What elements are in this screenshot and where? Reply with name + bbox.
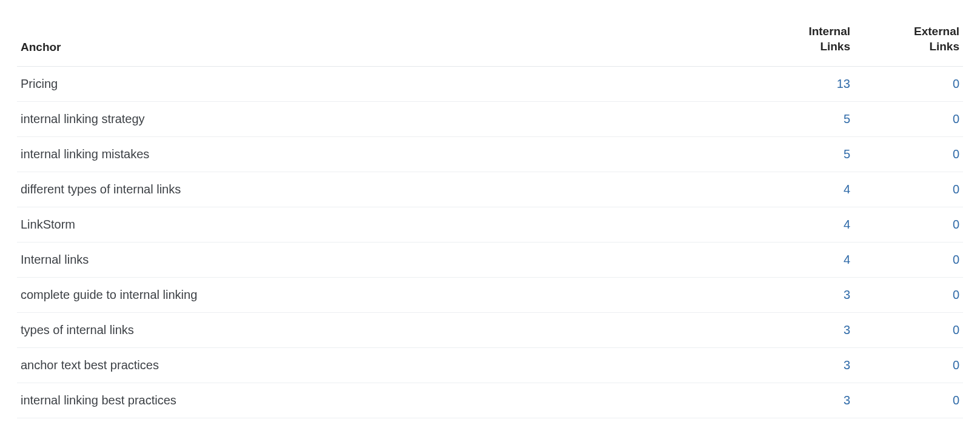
anchor-cell: internal linking mistakes — [17, 137, 745, 172]
external-links-cell: 0 — [854, 383, 963, 418]
internal-links-value[interactable]: 4 — [844, 182, 850, 196]
table-row: Internal links 4 0 — [17, 243, 963, 278]
header-external-line1: External — [858, 24, 959, 39]
header-internal-line2: Links — [748, 39, 850, 55]
external-links-cell: 0 — [854, 137, 963, 172]
external-links-cell: 0 — [854, 207, 963, 243]
anchor-cell: anchor text best practices — [17, 348, 745, 383]
table-row: internal linking mistakes 5 0 — [17, 137, 963, 172]
internal-links-cell: 13 — [745, 67, 854, 102]
anchor-cell: complete guide to internal linking — [17, 278, 745, 313]
internal-links-cell: 3 — [745, 348, 854, 383]
internal-links-value[interactable]: 3 — [844, 393, 850, 407]
external-links-cell: 0 — [854, 278, 963, 313]
internal-links-value[interactable]: 4 — [844, 218, 850, 231]
internal-links-value[interactable]: 13 — [837, 77, 850, 90]
internal-links-value[interactable]: 5 — [844, 147, 850, 161]
external-links-value[interactable]: 0 — [953, 147, 959, 161]
external-links-value[interactable]: 0 — [953, 77, 959, 90]
anchor-cell: internal linking best practices — [17, 383, 745, 418]
anchor-cell: types of internal links — [17, 313, 745, 348]
table-row: internal linking strategy 5 0 — [17, 102, 963, 137]
table-header-row: Anchor Internal Links External Links — [17, 15, 963, 67]
external-links-cell: 0 — [854, 313, 963, 348]
anchor-cell: internal linking strategy — [17, 102, 745, 137]
header-external-links[interactable]: External Links — [854, 15, 963, 67]
table-body: Pricing 13 0 internal linking strategy 5… — [17, 67, 963, 418]
internal-links-cell: 5 — [745, 137, 854, 172]
internal-links-value[interactable]: 3 — [844, 323, 850, 336]
external-links-value[interactable]: 0 — [953, 323, 959, 336]
header-internal-links[interactable]: Internal Links — [745, 15, 854, 67]
header-internal-line1: Internal — [748, 24, 850, 39]
table-row: internal linking best practices 3 0 — [17, 383, 963, 418]
anchor-cell: LinkStorm — [17, 207, 745, 243]
table-row: anchor text best practices 3 0 — [17, 348, 963, 383]
table-row: Pricing 13 0 — [17, 67, 963, 102]
table-row: LinkStorm 4 0 — [17, 207, 963, 243]
external-links-value[interactable]: 0 — [953, 253, 959, 266]
external-links-cell: 0 — [854, 67, 963, 102]
external-links-value[interactable]: 0 — [953, 393, 959, 407]
anchor-cell: different types of internal links — [17, 172, 745, 207]
anchors-table: Anchor Internal Links External Links Pri… — [17, 15, 963, 418]
internal-links-value[interactable]: 4 — [844, 253, 850, 266]
table-row: types of internal links 3 0 — [17, 313, 963, 348]
external-links-value[interactable]: 0 — [953, 358, 959, 372]
external-links-cell: 0 — [854, 348, 963, 383]
external-links-cell: 0 — [854, 102, 963, 137]
internal-links-cell: 5 — [745, 102, 854, 137]
header-external-line2: Links — [858, 39, 959, 55]
table-row: different types of internal links 4 0 — [17, 172, 963, 207]
internal-links-cell: 4 — [745, 243, 854, 278]
table-row: complete guide to internal linking 3 0 — [17, 278, 963, 313]
external-links-value[interactable]: 0 — [953, 112, 959, 125]
internal-links-cell: 4 — [745, 172, 854, 207]
external-links-value[interactable]: 0 — [953, 182, 959, 196]
internal-links-value[interactable]: 3 — [844, 358, 850, 372]
internal-links-value[interactable]: 3 — [844, 288, 850, 301]
internal-links-cell: 3 — [745, 278, 854, 313]
anchor-cell: Internal links — [17, 243, 745, 278]
external-links-cell: 0 — [854, 172, 963, 207]
header-anchor-label: Anchor — [21, 41, 61, 53]
external-links-cell: 0 — [854, 243, 963, 278]
header-anchor[interactable]: Anchor — [17, 15, 745, 67]
internal-links-cell: 3 — [745, 383, 854, 418]
external-links-value[interactable]: 0 — [953, 218, 959, 231]
internal-links-cell: 3 — [745, 313, 854, 348]
internal-links-value[interactable]: 5 — [844, 112, 850, 125]
internal-links-cell: 4 — [745, 207, 854, 243]
anchor-cell: Pricing — [17, 67, 745, 102]
external-links-value[interactable]: 0 — [953, 288, 959, 301]
